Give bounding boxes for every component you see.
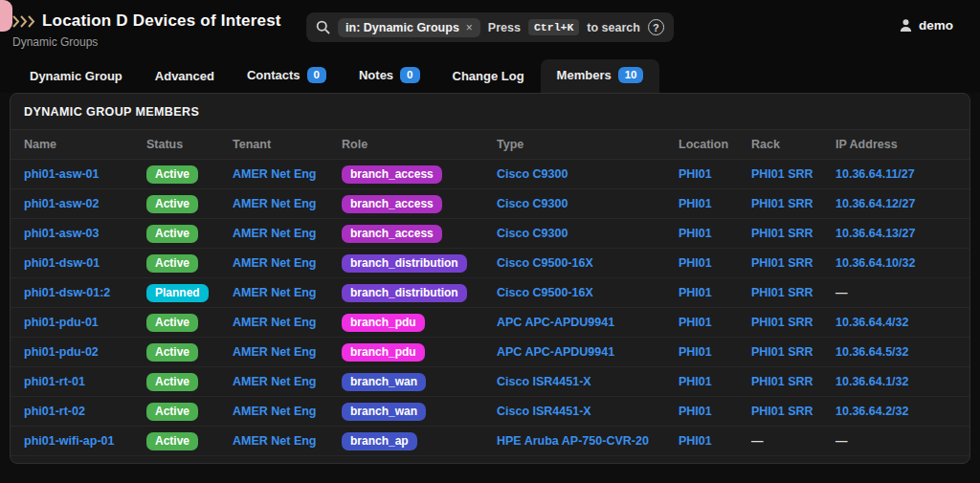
col-header-status[interactable]: Status [139, 130, 225, 160]
status-badge[interactable]: Active [146, 403, 198, 421]
ip-address-link[interactable]: 10.36.64.5/32 [835, 345, 908, 359]
sidebar-pink-notch[interactable] [0, 0, 12, 32]
tab-notes[interactable]: Notes 0 [343, 59, 436, 93]
status-badge[interactable]: Active [146, 165, 198, 184]
device-link[interactable]: phi01-dsw-01 [24, 256, 100, 270]
role-badge[interactable]: branch_ap [342, 432, 417, 450]
role-badge[interactable]: branch_pdu [342, 343, 425, 362]
col-header-name[interactable]: Name [11, 130, 139, 160]
breadcrumb[interactable]: Dynamic Groups [12, 35, 281, 49]
rack-link[interactable]: PHI01 SRR [751, 316, 813, 329]
role-badge[interactable]: branch_wan [342, 373, 426, 391]
ip-address-link[interactable]: 10.36.64.1/32 [835, 375, 908, 388]
user-menu[interactable]: demo [899, 18, 953, 33]
status-badge[interactable]: Planned [146, 284, 209, 302]
ip-address-link[interactable]: 10.36.64.13/27 [835, 227, 915, 240]
device-link[interactable]: phi01-asw-02 [24, 197, 100, 210]
device-link[interactable]: phi01-rt-02 [24, 405, 85, 418]
role-badge[interactable]: branch_access [342, 195, 442, 213]
status-badge[interactable]: Active [146, 254, 198, 273]
device-type-link[interactable]: Cisco C9500-16X [497, 286, 593, 299]
ip-address-link[interactable]: 10.36.64.10/32 [835, 256, 915, 270]
tab-contacts[interactable]: Contacts 0 [231, 59, 343, 93]
status-badge[interactable]: Active [146, 314, 198, 332]
tenant-link[interactable]: AMER Net Eng [233, 434, 317, 448]
tab-change-log[interactable]: Change Log [436, 61, 541, 93]
location-link[interactable]: PHI01 [679, 227, 712, 240]
tenant-link[interactable]: AMER Net Eng [233, 167, 317, 181]
tenant-link[interactable]: AMER Net Eng [233, 405, 317, 418]
location-link[interactable]: PHI01 [679, 167, 712, 181]
location-link[interactable]: PHI01 [679, 345, 712, 359]
location-link[interactable]: PHI01 [679, 375, 712, 388]
rack-link[interactable]: PHI01 SRR [751, 286, 813, 299]
device-type-link[interactable]: Cisco C9300 [497, 227, 568, 240]
device-type-link[interactable]: Cisco ISR4451-X [497, 375, 591, 388]
device-link[interactable]: phi01-pdu-01 [24, 316, 99, 329]
device-link[interactable]: phi01-dsw-01:2 [24, 286, 110, 299]
tab-members[interactable]: Members 10 [541, 59, 660, 93]
status-badge[interactable]: Active [146, 373, 198, 391]
role-badge[interactable]: branch_pdu [342, 314, 425, 332]
device-type-link[interactable]: Cisco C9500-16X [497, 256, 593, 270]
device-link[interactable]: phi01-asw-01 [24, 167, 100, 181]
role-badge[interactable]: branch_distribution [342, 254, 467, 273]
ip-address-link[interactable]: 10.36.64.11/27 [835, 167, 915, 181]
status-badge[interactable]: Active [146, 343, 198, 362]
tenant-link[interactable]: AMER Net Eng [233, 227, 317, 240]
tab-advanced[interactable]: Advanced [139, 61, 231, 93]
role-badge[interactable]: branch_access [342, 165, 442, 184]
device-link[interactable]: phi01-pdu-02 [24, 345, 99, 359]
location-link[interactable]: PHI01 [679, 256, 712, 270]
col-header-rack[interactable]: Rack [744, 130, 828, 160]
tenant-link[interactable]: AMER Net Eng [233, 256, 317, 270]
rack-link[interactable]: PHI01 SRR [751, 375, 813, 388]
device-link[interactable]: phi01-rt-01 [24, 375, 85, 388]
rack-link[interactable]: PHI01 SRR [751, 227, 813, 240]
role-badge[interactable]: branch_wan [342, 403, 426, 421]
status-badge[interactable]: Active [146, 225, 198, 243]
rack-link[interactable]: PHI01 SRR [751, 345, 813, 359]
device-link[interactable]: phi01-asw-03 [24, 227, 100, 240]
rack-link[interactable]: PHI01 SRR [751, 167, 813, 181]
tenant-link[interactable]: AMER Net Eng [233, 286, 317, 299]
location-link[interactable]: PHI01 [679, 316, 712, 329]
ip-address-link[interactable]: 10.36.64.12/27 [835, 197, 915, 210]
chip-close-icon[interactable]: × [466, 21, 473, 34]
status-badge[interactable]: Active [146, 432, 198, 450]
device-type-link[interactable]: Cisco C9300 [497, 167, 568, 181]
device-type-link[interactable]: Cisco ISR4451-X [497, 405, 591, 418]
device-link[interactable]: phi01-wifi-ap-01 [24, 434, 114, 448]
tab-dynamic-group[interactable]: Dynamic Group [13, 61, 139, 93]
location-link[interactable]: PHI01 [679, 197, 712, 210]
location-link[interactable]: PHI01 [679, 434, 712, 448]
tenant-link[interactable]: AMER Net Eng [233, 375, 317, 388]
role-badge[interactable]: branch_distribution [342, 284, 467, 302]
device-type-link[interactable]: HPE Aruba AP-750-CVR-20 [497, 434, 649, 448]
col-header-role[interactable]: Role [334, 130, 489, 160]
location-link[interactable]: PHI01 [679, 405, 712, 418]
location-link[interactable]: PHI01 [679, 286, 712, 299]
help-icon[interactable]: ? [648, 19, 664, 35]
device-type-link[interactable]: Cisco C9300 [497, 197, 568, 210]
col-header-ip[interactable]: IP Address [828, 130, 969, 160]
rack-link[interactable]: PHI01 SRR [751, 256, 813, 270]
device-type-link[interactable]: APC APC-APDU9941 [497, 316, 614, 329]
ip-address-link[interactable]: 10.36.64.2/32 [835, 405, 908, 418]
sidebar-expand-chevrons-icon[interactable] [12, 15, 35, 28]
col-header-type[interactable]: Type [489, 130, 671, 160]
tenant-link[interactable]: AMER Net Eng [233, 316, 317, 329]
rack-link[interactable]: PHI01 SRR [751, 405, 813, 418]
col-header-location[interactable]: Location [671, 130, 744, 160]
cell-type: Cisco C9300 [489, 160, 671, 189]
global-search-input[interactable]: in: Dynamic Groups × Press Ctrl+K to sea… [306, 12, 674, 42]
device-type-link[interactable]: APC APC-APDU9941 [497, 345, 614, 359]
tenant-link[interactable]: AMER Net Eng [233, 197, 317, 210]
tenant-link[interactable]: AMER Net Eng [233, 345, 317, 359]
rack-link[interactable]: PHI01 SRR [751, 197, 813, 210]
status-badge[interactable]: Active [146, 195, 198, 213]
search-filter-chip[interactable]: in: Dynamic Groups × [338, 18, 480, 37]
role-badge[interactable]: branch_access [342, 225, 442, 243]
col-header-tenant[interactable]: Tenant [225, 130, 334, 160]
ip-address-link[interactable]: 10.36.64.4/32 [835, 316, 908, 329]
